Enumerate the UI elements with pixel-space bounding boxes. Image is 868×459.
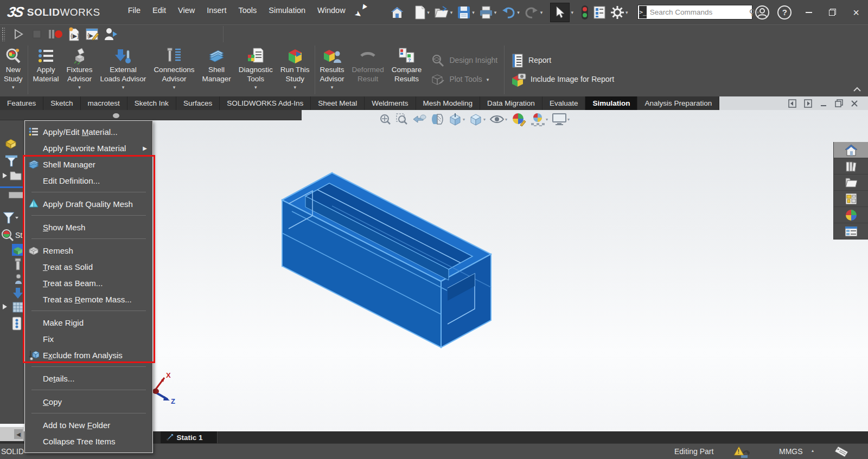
display-style-button[interactable]: ▾ <box>469 112 486 126</box>
pane-previous-icon[interactable] <box>788 99 796 108</box>
selection-filter-button[interactable] <box>579 3 591 22</box>
run-this-study-caret[interactable]: ▾ <box>293 85 296 90</box>
menu-apply-favorite-material[interactable]: Apply Favorite Material ▶ <box>25 140 152 156</box>
tab-data-migration[interactable]: Data Migration <box>480 96 542 110</box>
ribbon-apply-material[interactable]: Apply Material <box>29 43 63 96</box>
tab-simulation[interactable]: Simulation <box>585 96 637 110</box>
menu-file[interactable]: File <box>122 3 146 22</box>
hide-show-items-button[interactable]: ▾ <box>489 113 507 125</box>
taskpane-home-tab[interactable] <box>834 142 868 158</box>
save-button[interactable]: ▾ <box>455 3 477 22</box>
selected-tree-item[interactable] <box>12 244 24 256</box>
ribbon-run-this-study[interactable]: Run This Study ▾ <box>277 43 314 96</box>
diagnostic-tools-caret[interactable]: ▾ <box>254 85 257 90</box>
display-style-caret[interactable]: ▾ <box>483 117 486 122</box>
tab-features[interactable]: Features <box>0 96 43 110</box>
print-button[interactable]: ▾ <box>477 3 499 22</box>
menu-treat-as-solid[interactable]: Treat as Solid <box>25 258 152 275</box>
stop-macro-button[interactable] <box>28 26 46 42</box>
menu-exclude-from-analysis[interactable]: Exclude from Analysis <box>25 347 152 363</box>
menu-shell-manager[interactable]: Shell Manager <box>25 156 152 172</box>
save-caret[interactable]: ▾ <box>472 10 475 15</box>
hide-show-caret[interactable]: ▾ <box>505 117 507 122</box>
window-restore-button[interactable] <box>821 3 845 22</box>
record-pause-macro-button[interactable] <box>46 26 65 42</box>
fixtures-advisor-caret[interactable]: ▾ <box>78 85 81 90</box>
ribbon-external-loads-advisor[interactable]: External Loads Advisor ▾ <box>97 43 150 96</box>
edit-appearance-button[interactable] <box>511 112 526 126</box>
tab-analysis-preparation[interactable]: Analysis Preparation <box>637 96 719 110</box>
options-button[interactable]: ▾ <box>608 3 630 22</box>
window-close-button[interactable]: × <box>844 3 868 22</box>
view-orientation-caret[interactable]: ▾ <box>463 117 465 122</box>
ribbon-new-study[interactable]: New Study ▾ <box>0 43 27 96</box>
edit-macro-button[interactable]: {▶ <box>83 26 101 42</box>
ribbon-results-advisor[interactable]: Results Advisor ▾ <box>316 43 348 96</box>
results-advisor-caret[interactable]: ▾ <box>331 85 334 90</box>
ribbon-report[interactable]: Report <box>511 54 614 68</box>
taskpane-design-library-tab[interactable] <box>834 158 868 174</box>
menu-window[interactable]: Window <box>311 3 352 22</box>
print-caret[interactable]: ▾ <box>494 10 497 15</box>
model-3d-part[interactable] <box>260 146 499 358</box>
tab-evaluate[interactable]: Evaluate <box>542 96 586 110</box>
search-input[interactable] <box>647 8 749 16</box>
undo-button[interactable]: ▾ <box>499 3 522 22</box>
pin-menu-icon[interactable]: ▼︎➤ <box>353 1 374 23</box>
taskpane-appearances-tab[interactable] <box>834 207 868 223</box>
connections-advisor-caret[interactable]: ▾ <box>173 85 176 90</box>
menu-view[interactable]: View <box>172 3 201 22</box>
menu-remesh[interactable]: Remesh <box>25 242 152 258</box>
options-caret[interactable]: ▾ <box>626 10 628 15</box>
ribbon-collapse-chevron[interactable] <box>853 85 861 94</box>
menu-simulation[interactable]: Simulation <box>263 3 311 22</box>
tab-surfaces[interactable]: Surfaces <box>176 96 220 110</box>
zoom-to-area-button[interactable] <box>395 113 409 126</box>
document-restore-icon[interactable] <box>835 99 843 107</box>
ribbon-include-image-for-report[interactable]: Include Image for Report <box>511 73 614 87</box>
pane-next-icon[interactable] <box>804 99 812 108</box>
view-orientation-button[interactable]: ▾ <box>448 112 465 126</box>
zoom-to-fit-button[interactable] <box>379 113 392 126</box>
open-document-button[interactable]: ▾ <box>432 3 455 22</box>
document-close-icon[interactable] <box>851 100 858 107</box>
tab-scroll-left-icon[interactable]: ◀ <box>14 429 23 439</box>
redo-caret[interactable]: ▾ <box>540 10 543 15</box>
study-tab-static-1[interactable]: Static 1 <box>161 431 218 443</box>
menu-apply-edit-material[interactable]: Apply/Edit Material... <box>25 124 152 140</box>
account-button[interactable] <box>752 3 772 22</box>
properties-button[interactable] <box>591 3 608 22</box>
view-settings-button[interactable]: ▾ <box>552 113 570 126</box>
menu-insert[interactable]: Insert <box>201 3 232 22</box>
open-document-caret[interactable]: ▾ <box>450 10 453 15</box>
pane-collapse-handle[interactable] <box>113 113 119 118</box>
select-tool-caret[interactable]: ▾ <box>571 10 573 15</box>
new-document-caret[interactable]: ▾ <box>427 10 430 15</box>
tab-sheet-metal[interactable]: Sheet Metal <box>311 96 365 110</box>
taskpane-view-palette-tab[interactable] <box>834 191 868 207</box>
external-loads-caret[interactable]: ▾ <box>122 85 125 90</box>
ribbon-connections-advisor[interactable]: Connections Advisor ▾ <box>150 43 198 96</box>
tab-macrotest[interactable]: macrotest <box>81 96 127 110</box>
menu-treat-as-beam[interactable]: Treat as Beam... <box>25 275 152 291</box>
tab-mesh-modeling[interactable]: Mesh Modeling <box>416 96 481 110</box>
menu-make-rigid[interactable]: Make Rigid <box>25 314 152 331</box>
tags-icon[interactable] <box>834 445 849 459</box>
tab-sketch[interactable]: Sketch <box>43 96 80 110</box>
menu-copy[interactable]: Copy <box>25 393 152 410</box>
menu-fix[interactable]: Fix <box>25 331 152 347</box>
run-macro-button[interactable] <box>9 26 28 42</box>
menu-add-to-new-folder[interactable]: Add to New Folder <box>25 417 152 433</box>
tab-weldments[interactable]: Weldments <box>365 96 416 110</box>
new-study-caret[interactable]: ▾ <box>12 85 15 90</box>
redo-button[interactable]: ▾ <box>522 3 545 22</box>
new-macro-button[interactable]: {▶} <box>65 26 83 42</box>
apply-scene-button[interactable]: ▾ <box>530 112 548 126</box>
apply-scene-caret[interactable]: ▾ <box>546 117 548 122</box>
toolbar-grip[interactable] <box>2 27 5 41</box>
tree-filter-field[interactable] <box>9 192 24 198</box>
menu-details[interactable]: Details... <box>25 370 152 386</box>
document-minimize-icon[interactable] <box>820 100 827 107</box>
undo-caret[interactable]: ▾ <box>517 10 520 15</box>
tab-sketch-ink[interactable]: Sketch Ink <box>127 96 176 110</box>
